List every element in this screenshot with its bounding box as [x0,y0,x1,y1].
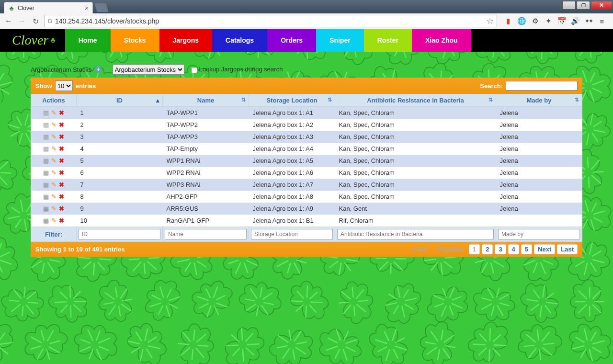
maximize-button[interactable]: ❐ [577,1,590,10]
browser-tab[interactable]: ♣ Clover × [4,2,93,13]
settings-gear-icon[interactable]: ⚙ [531,17,539,25]
nav-sniper[interactable]: Sniper [316,29,364,52]
edit-icon[interactable]: ✎ [50,122,57,128]
page-number-button[interactable]: 1 [469,244,480,254]
search-box: Search: [480,81,578,91]
col-storage[interactable]: Storage Location [249,94,335,107]
edit-icon[interactable]: ✎ [50,158,57,164]
actions-cell: ▤✎✖ [31,119,77,131]
page-number-button[interactable]: 2 [482,244,493,254]
calendar-icon[interactable]: 📅 [557,17,566,25]
view-icon[interactable]: ▤ [43,146,49,152]
delete-icon[interactable]: ✖ [58,217,65,224]
translate-icon[interactable]: 🌐 [517,17,526,25]
page-first-button[interactable]: First [410,244,431,254]
nav-stocks[interactable]: Stocks [111,29,159,52]
nav-orders[interactable]: Orders [267,29,316,52]
filter-antibiotic-input[interactable] [337,229,494,239]
cell-id: 4 [77,143,163,155]
filter-madeby-input[interactable] [498,229,580,239]
view-icon[interactable]: ▤ [43,110,49,116]
view-icon[interactable]: ▤ [43,170,49,176]
table-row: ▤✎✖ 2 TAP-WPP2 Jelena Agro box 1: A2 Kan… [31,119,582,131]
datatable-footer: Showing 1 to 10 of 491 entries First Pre… [31,242,582,257]
col-id[interactable]: ID [77,94,163,107]
delete-icon[interactable]: ✖ [58,110,65,116]
delete-icon[interactable]: ✖ [58,122,65,128]
entries-per-page-select[interactable]: 10 [55,80,73,91]
view-icon[interactable]: ▤ [43,193,49,200]
stock-type-select[interactable]: Argobacterium Stocks [113,64,184,75]
col-madeby[interactable]: Made by [496,94,582,107]
col-actions[interactable]: Actions [31,94,77,107]
nav-jargons[interactable]: Jargons [159,29,212,52]
actions-cell: ▤✎✖ [31,179,77,191]
page-number-button[interactable]: 4 [508,244,519,254]
actions-cell: ▤✎✖ [31,215,77,227]
nav-user[interactable]: Xiao Zhou [412,29,471,52]
lookup-jargons-label[interactable]: Lookup Jargons during search [187,66,283,73]
nav-roster[interactable]: Roster [364,29,412,52]
url-bar[interactable]: 🗋 140.254.234.145/clover/stocks.php ☆ [44,15,497,27]
edit-icon[interactable]: ✎ [50,134,57,140]
view-icon[interactable]: ▤ [43,134,49,140]
extension-puzzle-icon[interactable]: ✦ [544,17,553,25]
page-number-button[interactable]: 3 [495,244,506,254]
page-previous-button[interactable]: Previous [433,244,467,254]
sound-icon[interactable]: 🔊 [571,17,579,25]
cell-madeby: Jelena [496,119,582,131]
delete-icon[interactable]: ✖ [58,182,65,188]
cell-storage: Jelena Agro box 1: A4 [249,143,335,155]
search-input[interactable] [506,81,578,91]
bookmark-star-icon[interactable]: ☆ [486,16,494,26]
forward-icon[interactable]: → [17,16,27,26]
cell-antibiotic: Kan, Spec, Chloram [335,179,496,191]
add-stock-icon[interactable]: + [94,66,102,73]
reload-icon[interactable]: ↻ [31,16,40,26]
col-name[interactable]: Name [163,94,249,107]
filter-storage-input[interactable] [251,229,333,239]
edit-icon[interactable]: ✎ [50,217,57,224]
view-icon[interactable]: ▤ [43,217,49,224]
delete-icon[interactable]: ✖ [58,205,65,212]
edit-icon[interactable]: ✎ [50,170,57,176]
new-tab-button[interactable] [95,3,109,12]
filter-name-input[interactable] [165,229,247,239]
view-icon[interactable]: ▤ [43,158,49,164]
edit-icon[interactable]: ✎ [50,193,57,200]
delete-icon[interactable]: ✖ [58,146,65,152]
tab-close-icon[interactable]: × [85,4,89,12]
view-icon[interactable]: ▤ [43,182,49,188]
cell-madeby: Jelena [496,131,582,143]
nav-catalogs[interactable]: Catalogs [212,29,267,52]
delete-icon[interactable]: ✖ [58,134,65,140]
nav-home-label: Home [79,36,97,44]
view-icon[interactable]: ▤ [43,205,49,212]
edit-icon[interactable]: ✎ [50,205,57,212]
page-number-button[interactable]: 5 [521,244,532,254]
nav-home[interactable]: Home [65,29,111,52]
lookup-jargons-checkbox[interactable] [191,67,197,73]
page-next-button[interactable]: Next [534,244,555,254]
menu-icon[interactable]: ≡ [598,17,606,25]
delete-icon[interactable]: ✖ [58,170,65,176]
minimize-button[interactable]: — [562,1,576,10]
edit-icon[interactable]: ✎ [50,182,57,188]
cell-name: WPP3 RNAi [163,179,249,191]
edit-icon[interactable]: ✎ [50,110,57,116]
filter-id-input[interactable] [79,229,160,239]
view-icon[interactable]: ▤ [43,122,49,128]
actions-cell: ▤✎✖ [31,191,77,203]
extension-dots-icon[interactable]: ✦✦ [584,17,593,25]
page-last-button[interactable]: Last [557,244,578,254]
col-antibiotic[interactable]: Antibiotic Resistance in Bacteria [335,94,496,107]
back-icon[interactable]: ← [4,16,13,26]
brand-logo[interactable]: Clover ♣ [0,29,65,52]
extension-book-icon[interactable]: ▮ [504,17,512,25]
delete-icon[interactable]: ✖ [58,158,65,164]
close-window-button[interactable]: ✕ [591,1,612,10]
home-stock-icon[interactable]: ⌂ [105,65,110,74]
edit-icon[interactable]: ✎ [50,146,57,152]
cell-madeby: Jelena [496,191,582,203]
delete-icon[interactable]: ✖ [58,193,65,200]
